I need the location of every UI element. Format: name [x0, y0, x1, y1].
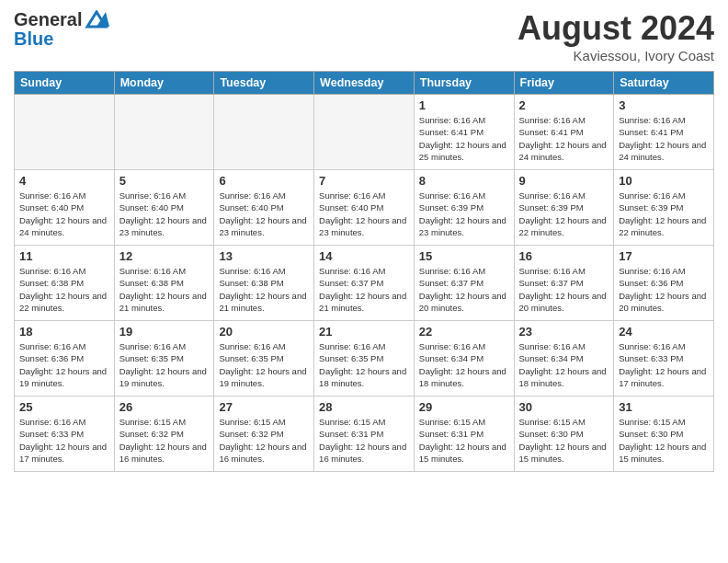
- day-number: 19: [119, 325, 210, 339]
- day-info: Sunrise: 6:16 AM Sunset: 6:37 PM Dayligh…: [419, 265, 509, 314]
- calendar-cell: [314, 95, 415, 170]
- day-number: 21: [319, 325, 409, 339]
- calendar-cell: 31Sunrise: 6:15 AM Sunset: 6:30 PM Dayli…: [614, 396, 714, 472]
- calendar-table: SundayMondayTuesdayWednesdayThursdayFrid…: [14, 71, 714, 472]
- day-number: 27: [219, 400, 309, 414]
- calendar-cell: 22Sunrise: 6:16 AM Sunset: 6:34 PM Dayli…: [414, 321, 514, 396]
- day-info: Sunrise: 6:16 AM Sunset: 6:34 PM Dayligh…: [419, 340, 509, 389]
- day-info: Sunrise: 6:15 AM Sunset: 6:31 PM Dayligh…: [319, 416, 409, 465]
- calendar-cell: 13Sunrise: 6:16 AM Sunset: 6:38 PM Dayli…: [214, 246, 314, 321]
- calendar-cell: 8Sunrise: 6:16 AM Sunset: 6:39 PM Daylig…: [414, 170, 514, 246]
- weekday-header-sunday: Sunday: [15, 72, 115, 95]
- calendar-cell: 25Sunrise: 6:16 AM Sunset: 6:33 PM Dayli…: [15, 396, 115, 472]
- day-number: 8: [419, 174, 509, 188]
- calendar-cell: 27Sunrise: 6:15 AM Sunset: 6:32 PM Dayli…: [214, 396, 314, 472]
- day-number: 30: [519, 400, 609, 414]
- header: General Blue August 2024 Kaviessou, Ivor…: [14, 9, 714, 63]
- day-number: 26: [119, 400, 210, 414]
- weekday-header-friday: Friday: [514, 72, 614, 95]
- logo-blue: Blue: [14, 29, 53, 50]
- calendar-cell: 16Sunrise: 6:16 AM Sunset: 6:37 PM Dayli…: [514, 246, 614, 321]
- day-number: 10: [619, 174, 709, 188]
- day-info: Sunrise: 6:15 AM Sunset: 6:32 PM Dayligh…: [119, 416, 210, 465]
- page-container: General Blue August 2024 Kaviessou, Ivor…: [0, 0, 728, 481]
- calendar-cell: 15Sunrise: 6:16 AM Sunset: 6:37 PM Dayli…: [414, 246, 514, 321]
- calendar-cell: 12Sunrise: 6:16 AM Sunset: 6:38 PM Dayli…: [114, 246, 214, 321]
- weekday-header-saturday: Saturday: [614, 72, 714, 95]
- day-info: Sunrise: 6:16 AM Sunset: 6:37 PM Dayligh…: [519, 265, 609, 314]
- day-info: Sunrise: 6:16 AM Sunset: 6:38 PM Dayligh…: [19, 265, 109, 314]
- day-info: Sunrise: 6:16 AM Sunset: 6:40 PM Dayligh…: [219, 190, 309, 238]
- calendar-cell: 7Sunrise: 6:16 AM Sunset: 6:40 PM Daylig…: [314, 170, 415, 246]
- weekday-header-tuesday: Tuesday: [214, 72, 314, 95]
- day-number: 24: [619, 325, 709, 339]
- day-number: 1: [419, 98, 509, 112]
- day-number: 9: [519, 174, 609, 188]
- calendar-cell: 24Sunrise: 6:16 AM Sunset: 6:33 PM Dayli…: [614, 321, 714, 396]
- day-number: 29: [419, 400, 509, 414]
- title-block: August 2024 Kaviessou, Ivory Coast: [518, 9, 714, 63]
- calendar-cell: 9Sunrise: 6:16 AM Sunset: 6:39 PM Daylig…: [514, 170, 614, 246]
- day-number: 5: [119, 174, 210, 188]
- day-info: Sunrise: 6:16 AM Sunset: 6:33 PM Dayligh…: [19, 416, 109, 465]
- month-title: August 2024: [518, 9, 714, 48]
- day-info: Sunrise: 6:16 AM Sunset: 6:36 PM Dayligh…: [619, 265, 709, 314]
- day-info: Sunrise: 6:16 AM Sunset: 6:40 PM Dayligh…: [119, 190, 210, 238]
- calendar-cell: 4Sunrise: 6:16 AM Sunset: 6:40 PM Daylig…: [15, 170, 115, 246]
- day-number: 15: [419, 249, 509, 263]
- calendar-cell: 20Sunrise: 6:16 AM Sunset: 6:35 PM Dayli…: [214, 321, 314, 396]
- calendar-cell: 19Sunrise: 6:16 AM Sunset: 6:35 PM Dayli…: [114, 321, 214, 396]
- day-info: Sunrise: 6:16 AM Sunset: 6:36 PM Dayligh…: [19, 340, 109, 389]
- calendar-cell: 21Sunrise: 6:16 AM Sunset: 6:35 PM Dayli…: [314, 321, 415, 396]
- day-info: Sunrise: 6:15 AM Sunset: 6:32 PM Dayligh…: [219, 416, 309, 465]
- day-number: 17: [619, 249, 709, 263]
- logo-icon: [84, 10, 109, 30]
- calendar-cell: 5Sunrise: 6:16 AM Sunset: 6:40 PM Daylig…: [114, 170, 214, 246]
- day-info: Sunrise: 6:15 AM Sunset: 6:30 PM Dayligh…: [619, 416, 709, 465]
- day-info: Sunrise: 6:16 AM Sunset: 6:41 PM Dayligh…: [619, 114, 709, 163]
- day-info: Sunrise: 6:16 AM Sunset: 6:37 PM Dayligh…: [319, 265, 409, 314]
- calendar-cell: [15, 95, 115, 170]
- day-info: Sunrise: 6:16 AM Sunset: 6:41 PM Dayligh…: [519, 114, 609, 163]
- calendar-cell: 2Sunrise: 6:16 AM Sunset: 6:41 PM Daylig…: [514, 95, 614, 170]
- day-info: Sunrise: 6:16 AM Sunset: 6:35 PM Dayligh…: [319, 340, 409, 389]
- calendar-cell: 17Sunrise: 6:16 AM Sunset: 6:36 PM Dayli…: [614, 246, 714, 321]
- calendar-cell: 1Sunrise: 6:16 AM Sunset: 6:41 PM Daylig…: [414, 95, 514, 170]
- day-info: Sunrise: 6:16 AM Sunset: 6:39 PM Dayligh…: [519, 190, 609, 238]
- weekday-header-monday: Monday: [114, 72, 214, 95]
- day-number: 18: [19, 325, 109, 339]
- day-info: Sunrise: 6:16 AM Sunset: 6:40 PM Dayligh…: [19, 190, 109, 238]
- day-number: 25: [19, 400, 109, 414]
- day-number: 16: [519, 249, 609, 263]
- day-number: 6: [219, 174, 309, 188]
- calendar-cell: 10Sunrise: 6:16 AM Sunset: 6:39 PM Dayli…: [614, 170, 714, 246]
- calendar-cell: 28Sunrise: 6:15 AM Sunset: 6:31 PM Dayli…: [314, 396, 415, 472]
- logo: General Blue: [14, 9, 109, 50]
- day-info: Sunrise: 6:16 AM Sunset: 6:39 PM Dayligh…: [419, 190, 509, 238]
- day-number: 2: [519, 98, 609, 112]
- day-info: Sunrise: 6:16 AM Sunset: 6:38 PM Dayligh…: [219, 265, 309, 314]
- calendar-cell: 23Sunrise: 6:16 AM Sunset: 6:34 PM Dayli…: [514, 321, 614, 396]
- calendar-cell: 6Sunrise: 6:16 AM Sunset: 6:40 PM Daylig…: [214, 170, 314, 246]
- day-number: 20: [219, 325, 309, 339]
- logo-general: General: [14, 9, 82, 30]
- weekday-header-thursday: Thursday: [414, 72, 514, 95]
- day-number: 14: [319, 249, 409, 263]
- location-title: Kaviessou, Ivory Coast: [518, 48, 714, 63]
- day-number: 22: [419, 325, 509, 339]
- day-number: 11: [19, 249, 109, 263]
- calendar-cell: 11Sunrise: 6:16 AM Sunset: 6:38 PM Dayli…: [15, 246, 115, 321]
- calendar-cell: 29Sunrise: 6:15 AM Sunset: 6:31 PM Dayli…: [414, 396, 514, 472]
- day-info: Sunrise: 6:15 AM Sunset: 6:31 PM Dayligh…: [419, 416, 509, 465]
- day-info: Sunrise: 6:16 AM Sunset: 6:35 PM Dayligh…: [219, 340, 309, 389]
- weekday-header-wednesday: Wednesday: [314, 72, 415, 95]
- day-number: 7: [319, 174, 409, 188]
- day-info: Sunrise: 6:16 AM Sunset: 6:40 PM Dayligh…: [319, 190, 409, 238]
- calendar-cell: 30Sunrise: 6:15 AM Sunset: 6:30 PM Dayli…: [514, 396, 614, 472]
- day-info: Sunrise: 6:16 AM Sunset: 6:33 PM Dayligh…: [619, 340, 709, 389]
- day-number: 3: [619, 98, 709, 112]
- calendar-cell: 3Sunrise: 6:16 AM Sunset: 6:41 PM Daylig…: [614, 95, 714, 170]
- day-info: Sunrise: 6:16 AM Sunset: 6:41 PM Dayligh…: [419, 114, 509, 163]
- day-info: Sunrise: 6:16 AM Sunset: 6:39 PM Dayligh…: [619, 190, 709, 238]
- day-number: 12: [119, 249, 210, 263]
